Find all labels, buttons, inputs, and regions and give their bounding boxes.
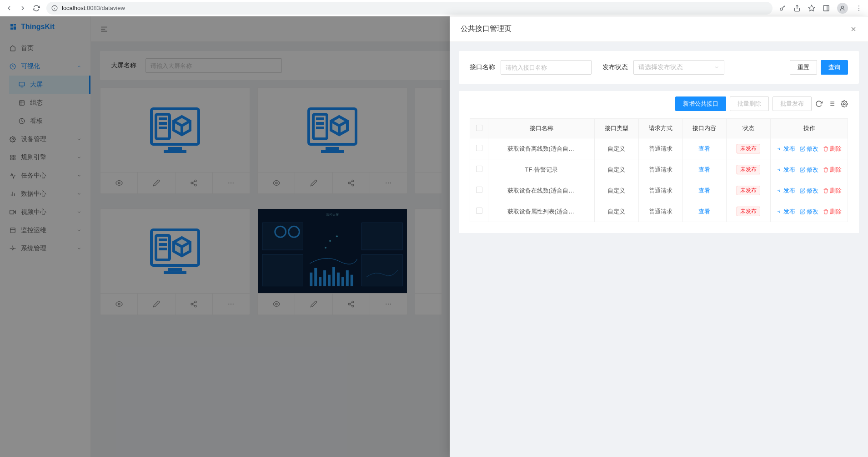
api-table: 接口名称 接口类型 请求方式 接口内容 状态 操作 获取设备离线数(适合自定..… xyxy=(459,111,859,233)
add-api-button[interactable]: 新增公共接口 xyxy=(675,96,726,111)
col-type: 接口类型 xyxy=(595,119,639,138)
table-row: TF-告警记录 自定义 普通请求 查看 未发布 发布 修改 删除 xyxy=(470,159,848,180)
cell-method: 普通请求 xyxy=(638,138,682,159)
view-content-link[interactable]: 查看 xyxy=(698,145,710,152)
publish-icon xyxy=(777,188,782,193)
svg-point-3 xyxy=(780,8,783,10)
refresh-icon[interactable] xyxy=(815,100,823,107)
key-icon[interactable] xyxy=(779,5,786,12)
cell-type: 自定义 xyxy=(595,201,639,222)
back-icon[interactable] xyxy=(5,5,13,12)
col-method: 请求方式 xyxy=(638,119,682,138)
status-badge: 未发布 xyxy=(737,165,760,174)
share-icon[interactable] xyxy=(793,5,801,12)
status-badge: 未发布 xyxy=(737,207,760,216)
filter-name-input[interactable] xyxy=(501,60,592,75)
drawer-body: 接口名称 发布状态 请选择发布状态 重置 查询 新增公共接口 批量删除 批量发布 xyxy=(450,42,868,457)
row-checkbox[interactable] xyxy=(476,187,482,193)
api-drawer: 公共接口管理页 接口名称 发布状态 请选择发布状态 重置 查询 新增公共接口 xyxy=(450,16,868,457)
delete-icon xyxy=(823,188,828,193)
batch-delete-button[interactable]: 批量删除 xyxy=(730,96,769,111)
panel-icon[interactable] xyxy=(823,5,830,12)
status-badge: 未发布 xyxy=(737,186,760,195)
delete-link[interactable]: 删除 xyxy=(823,166,842,174)
filter-status-label: 发布状态 xyxy=(602,63,628,71)
filter-status-select[interactable]: 请选择发布状态 xyxy=(633,60,724,75)
edit-link[interactable]: 修改 xyxy=(800,187,818,195)
delete-link[interactable]: 删除 xyxy=(823,145,842,153)
cell-name: 获取设备属性列表(适合下... xyxy=(507,208,576,216)
settings-icon[interactable] xyxy=(841,100,848,107)
row-checkbox[interactable] xyxy=(476,208,482,214)
publish-link[interactable]: 发布 xyxy=(777,166,795,174)
row-checkbox[interactable] xyxy=(476,145,482,151)
cell-name: 获取设备离线数(适合自定... xyxy=(507,145,576,153)
delete-link[interactable]: 删除 xyxy=(823,208,842,216)
url-bar[interactable]: localhost:8083/dataview xyxy=(46,2,773,15)
edit-icon xyxy=(800,146,805,152)
table-header-row: 接口名称 接口类型 请求方式 接口内容 状态 操作 xyxy=(470,119,848,138)
browser-toolbar: localhost:8083/dataview xyxy=(0,0,868,16)
forward-icon[interactable] xyxy=(19,5,26,12)
drawer-title: 公共接口管理页 xyxy=(461,24,850,34)
table-row: 获取设备属性列表(适合下... 自定义 普通请求 查看 未发布 发布 修改 删除 xyxy=(470,201,848,222)
table-toolbar: 新增公共接口 批量删除 批量发布 xyxy=(459,91,859,111)
cell-type: 自定义 xyxy=(595,159,639,180)
url-text: localhost:8083/dataview xyxy=(62,5,125,11)
browser-right-icons xyxy=(779,3,863,14)
select-all-checkbox[interactable] xyxy=(476,125,482,131)
star-icon[interactable] xyxy=(808,5,815,12)
cell-name: 获取设备在线数(适合自定... xyxy=(507,187,576,195)
svg-marker-4 xyxy=(808,5,814,11)
view-content-link[interactable]: 查看 xyxy=(698,208,710,215)
col-status: 状态 xyxy=(727,119,771,138)
edit-link[interactable]: 修改 xyxy=(800,145,818,153)
delete-icon xyxy=(823,167,828,173)
close-icon[interactable] xyxy=(850,25,857,33)
cell-name: TF-告警记录 xyxy=(525,166,557,174)
svg-point-118 xyxy=(843,103,845,105)
publish-link[interactable]: 发布 xyxy=(777,145,795,153)
filter-bar: 接口名称 发布状态 请选择发布状态 重置 查询 xyxy=(459,51,859,84)
view-content-link[interactable]: 查看 xyxy=(698,187,710,194)
edit-link[interactable]: 修改 xyxy=(800,166,818,174)
cell-method: 普通请求 xyxy=(638,180,682,201)
reset-button[interactable]: 重置 xyxy=(790,60,817,75)
density-icon[interactable] xyxy=(828,100,835,107)
cell-method: 普通请求 xyxy=(638,201,682,222)
publish-link[interactable]: 发布 xyxy=(777,208,795,216)
svg-rect-5 xyxy=(823,5,829,11)
edit-icon xyxy=(800,209,805,214)
table-row: 获取设备离线数(适合自定... 自定义 普通请求 查看 未发布 发布 修改 删除 xyxy=(470,138,848,159)
svg-point-9 xyxy=(858,8,859,9)
table-row: 获取设备在线数(适合自定... 自定义 普通请求 查看 未发布 发布 修改 删除 xyxy=(470,180,848,201)
batch-publish-button[interactable]: 批量发布 xyxy=(773,96,812,111)
query-button[interactable]: 查询 xyxy=(821,60,848,75)
view-content-link[interactable]: 查看 xyxy=(698,166,710,173)
svg-point-8 xyxy=(858,5,859,6)
reload-icon[interactable] xyxy=(33,5,40,12)
publish-icon xyxy=(777,167,782,173)
delete-link[interactable]: 删除 xyxy=(823,187,842,195)
delete-icon xyxy=(823,146,828,152)
row-checkbox[interactable] xyxy=(476,166,482,172)
info-icon[interactable] xyxy=(51,5,58,12)
status-badge: 未发布 xyxy=(737,144,760,153)
avatar-icon[interactable] xyxy=(837,3,848,14)
col-name: 接口名称 xyxy=(488,119,595,138)
menu-dots-icon[interactable] xyxy=(855,5,863,12)
edit-icon xyxy=(800,167,805,173)
publish-icon xyxy=(777,209,782,214)
chevron-down-icon xyxy=(714,65,719,70)
cell-type: 自定义 xyxy=(595,138,639,159)
edit-link[interactable]: 修改 xyxy=(800,208,818,216)
edit-icon xyxy=(800,188,805,193)
filter-name-label: 接口名称 xyxy=(470,63,495,71)
cell-type: 自定义 xyxy=(595,180,639,201)
col-actions: 操作 xyxy=(771,119,848,138)
col-content: 接口内容 xyxy=(682,119,727,138)
delete-icon xyxy=(823,209,828,214)
publish-icon xyxy=(777,146,782,152)
svg-point-7 xyxy=(842,6,844,8)
publish-link[interactable]: 发布 xyxy=(777,187,795,195)
